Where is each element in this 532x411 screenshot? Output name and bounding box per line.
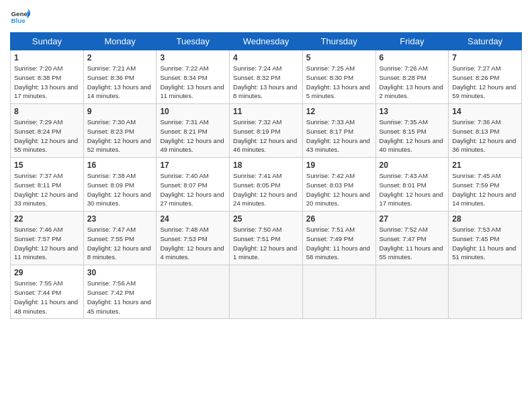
calendar-cell: 20 Sunrise: 7:43 AMSunset: 8:01 PMDaylig… <box>375 158 449 212</box>
calendar-week-row: 1 Sunrise: 7:20 AMSunset: 8:38 PMDayligh… <box>11 50 522 104</box>
day-number: 17 <box>160 161 226 170</box>
calendar-cell: 19 Sunrise: 7:42 AMSunset: 8:03 PMDaylig… <box>302 158 375 212</box>
day-number: 27 <box>380 214 445 224</box>
col-saturday: Saturday <box>449 33 522 50</box>
day-info: Sunrise: 7:56 AMSunset: 7:42 PMDaylight:… <box>87 279 151 314</box>
day-number: 30 <box>87 268 153 277</box>
day-number: 23 <box>87 214 153 224</box>
day-info: Sunrise: 7:21 AMSunset: 8:36 PMDaylight:… <box>87 64 151 99</box>
day-number: 18 <box>233 161 299 170</box>
calendar-cell: 26 Sunrise: 7:51 AMSunset: 7:49 PMDaylig… <box>302 212 375 265</box>
calendar-cell: 23 Sunrise: 7:47 AMSunset: 7:55 PMDaylig… <box>83 212 157 265</box>
calendar-cell: 22 Sunrise: 7:46 AMSunset: 7:57 PMDaylig… <box>11 212 84 265</box>
day-number: 9 <box>87 107 153 116</box>
day-number: 6 <box>380 53 445 62</box>
day-number: 11 <box>233 107 299 116</box>
day-info: Sunrise: 7:50 AMSunset: 7:51 PMDaylight:… <box>233 226 297 261</box>
day-info: Sunrise: 7:46 AMSunset: 7:57 PMDaylight:… <box>14 226 78 261</box>
calendar-cell: 12 Sunrise: 7:33 AMSunset: 8:17 PMDaylig… <box>302 104 375 158</box>
calendar-cell: 25 Sunrise: 7:50 AMSunset: 7:51 PMDaylig… <box>230 212 303 265</box>
day-number: 25 <box>233 214 299 224</box>
calendar-cell: 15 Sunrise: 7:37 AMSunset: 8:11 PMDaylig… <box>11 158 84 212</box>
calendar-cell: 27 Sunrise: 7:52 AMSunset: 7:47 PMDaylig… <box>375 212 449 265</box>
day-number: 14 <box>452 107 518 116</box>
day-info: Sunrise: 7:30 AMSunset: 8:23 PMDaylight:… <box>87 118 151 153</box>
header-row: Sunday Monday Tuesday Wednesday Thursday… <box>11 33 522 50</box>
calendar-cell: 30 Sunrise: 7:56 AMSunset: 7:42 PMDaylig… <box>83 265 157 319</box>
calendar-cell: 16 Sunrise: 7:38 AMSunset: 8:09 PMDaylig… <box>83 158 157 212</box>
day-info: Sunrise: 7:35 AMSunset: 8:15 PMDaylight:… <box>380 118 443 153</box>
calendar-cell <box>375 265 449 319</box>
calendar-cell: 5 Sunrise: 7:25 AMSunset: 8:30 PMDayligh… <box>302 50 375 104</box>
day-number: 22 <box>14 214 80 224</box>
calendar-cell: 7 Sunrise: 7:27 AMSunset: 8:26 PMDayligh… <box>449 50 522 104</box>
day-info: Sunrise: 7:26 AMSunset: 8:28 PMDaylight:… <box>380 64 443 99</box>
day-number: 28 <box>452 214 518 224</box>
svg-text:Blue: Blue <box>11 17 26 24</box>
day-info: Sunrise: 7:37 AMSunset: 8:11 PMDaylight:… <box>14 172 78 207</box>
calendar-cell: 10 Sunrise: 7:31 AMSunset: 8:21 PMDaylig… <box>157 104 230 158</box>
day-number: 13 <box>380 107 445 116</box>
day-info: Sunrise: 7:36 AMSunset: 8:13 PMDaylight:… <box>452 118 516 153</box>
day-info: Sunrise: 7:31 AMSunset: 8:21 PMDaylight:… <box>160 118 224 153</box>
day-number: 12 <box>306 107 372 116</box>
day-number: 7 <box>452 53 518 62</box>
calendar-week-row: 22 Sunrise: 7:46 AMSunset: 7:57 PMDaylig… <box>11 212 522 265</box>
day-info: Sunrise: 7:48 AMSunset: 7:53 PMDaylight:… <box>160 226 224 261</box>
day-info: Sunrise: 7:55 AMSunset: 7:44 PMDaylight:… <box>14 279 78 314</box>
col-thursday: Thursday <box>302 33 375 50</box>
day-info: Sunrise: 7:25 AMSunset: 8:30 PMDaylight:… <box>306 64 370 99</box>
day-info: Sunrise: 7:24 AMSunset: 8:32 PMDaylight:… <box>233 64 297 99</box>
day-info: Sunrise: 7:47 AMSunset: 7:55 PMDaylight:… <box>87 226 151 261</box>
day-info: Sunrise: 7:38 AMSunset: 8:09 PMDaylight:… <box>87 172 151 207</box>
calendar-cell: 17 Sunrise: 7:40 AMSunset: 8:07 PMDaylig… <box>157 158 230 212</box>
day-info: Sunrise: 7:22 AMSunset: 8:34 PMDaylight:… <box>160 64 224 99</box>
day-number: 8 <box>14 107 80 116</box>
calendar-cell: 11 Sunrise: 7:32 AMSunset: 8:19 PMDaylig… <box>230 104 303 158</box>
day-number: 24 <box>160 214 226 224</box>
col-tuesday: Tuesday <box>157 33 230 50</box>
col-monday: Monday <box>83 33 157 50</box>
calendar-cell: 1 Sunrise: 7:20 AMSunset: 8:38 PMDayligh… <box>11 50 84 104</box>
day-info: Sunrise: 7:53 AMSunset: 7:45 PMDaylight:… <box>452 226 516 261</box>
day-info: Sunrise: 7:20 AMSunset: 8:38 PMDaylight:… <box>14 64 78 99</box>
day-number: 16 <box>87 161 153 170</box>
calendar-cell: 28 Sunrise: 7:53 AMSunset: 7:45 PMDaylig… <box>449 212 522 265</box>
col-sunday: Sunday <box>11 33 84 50</box>
day-info: Sunrise: 7:52 AMSunset: 7:47 PMDaylight:… <box>380 226 443 261</box>
calendar-table: Sunday Monday Tuesday Wednesday Thursday… <box>10 32 522 319</box>
day-info: Sunrise: 7:40 AMSunset: 8:07 PMDaylight:… <box>160 172 224 207</box>
day-info: Sunrise: 7:29 AMSunset: 8:24 PMDaylight:… <box>14 118 78 153</box>
day-number: 3 <box>160 53 226 62</box>
logo: General Blue <box>10 7 30 27</box>
calendar-week-row: 8 Sunrise: 7:29 AMSunset: 8:24 PMDayligh… <box>11 104 522 158</box>
day-number: 29 <box>14 268 80 277</box>
day-number: 2 <box>87 53 153 62</box>
calendar-cell: 6 Sunrise: 7:26 AMSunset: 8:28 PMDayligh… <box>375 50 449 104</box>
calendar-cell: 8 Sunrise: 7:29 AMSunset: 8:24 PMDayligh… <box>11 104 84 158</box>
day-number: 1 <box>14 53 80 62</box>
day-info: Sunrise: 7:32 AMSunset: 8:19 PMDaylight:… <box>233 118 297 153</box>
page-container: General Blue Sunday Monday Tuesday Wedne… <box>0 0 532 326</box>
calendar-cell: 29 Sunrise: 7:55 AMSunset: 7:44 PMDaylig… <box>11 265 84 319</box>
calendar-cell <box>157 265 230 319</box>
calendar-week-row: 15 Sunrise: 7:37 AMSunset: 8:11 PMDaylig… <box>11 158 522 212</box>
day-number: 4 <box>233 53 299 62</box>
calendar-cell: 3 Sunrise: 7:22 AMSunset: 8:34 PMDayligh… <box>157 50 230 104</box>
day-number: 15 <box>14 161 80 170</box>
col-friday: Friday <box>375 33 449 50</box>
day-number: 21 <box>452 161 518 170</box>
logo-icon: General Blue <box>10 7 30 27</box>
calendar-week-row: 29 Sunrise: 7:55 AMSunset: 7:44 PMDaylig… <box>11 265 522 319</box>
day-number: 26 <box>306 214 372 224</box>
day-number: 19 <box>306 161 372 170</box>
calendar-cell: 9 Sunrise: 7:30 AMSunset: 8:23 PMDayligh… <box>83 104 157 158</box>
day-info: Sunrise: 7:45 AMSunset: 7:59 PMDaylight:… <box>452 172 516 207</box>
day-info: Sunrise: 7:33 AMSunset: 8:17 PMDaylight:… <box>306 118 370 153</box>
calendar-cell: 21 Sunrise: 7:45 AMSunset: 7:59 PMDaylig… <box>449 158 522 212</box>
calendar-cell <box>302 265 375 319</box>
day-number: 10 <box>160 107 226 116</box>
calendar-cell <box>230 265 303 319</box>
day-info: Sunrise: 7:27 AMSunset: 8:26 PMDaylight:… <box>452 64 516 99</box>
day-number: 5 <box>306 53 372 62</box>
